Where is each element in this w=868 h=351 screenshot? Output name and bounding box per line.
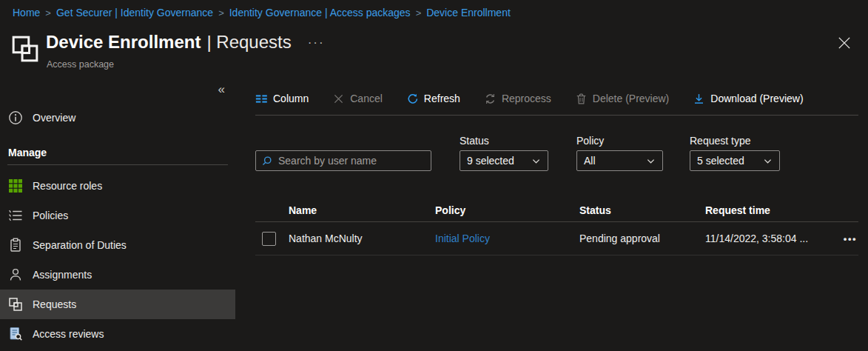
requests-panel: Column Cancel Refresh Reprocess	[255, 78, 858, 255]
cell-request-time: 11/14/2022, 3:58:04 ...	[705, 233, 829, 244]
page-title-section: | Requests	[206, 32, 291, 52]
filter-bar: Status 9 selected Policy All R	[255, 135, 858, 171]
sidebar-group-manage: Manage	[0, 144, 235, 161]
cell-policy-link[interactable]: Initial Policy	[435, 233, 490, 244]
sidebar-item-separation-of-duties[interactable]: Separation of Duties	[0, 230, 235, 260]
list-icon	[8, 208, 23, 223]
refresh-button[interactable]: Refresh	[406, 93, 460, 105]
sync-icon	[484, 93, 497, 105]
policy-dropdown[interactable]: All	[576, 150, 663, 171]
sidebar-item-label: Separation of Duties	[33, 239, 127, 251]
breadcrumb-separator: >	[45, 7, 51, 19]
button-label: Cancel	[350, 93, 383, 104]
column-header-policy[interactable]: Policy	[435, 204, 579, 216]
close-icon[interactable]	[836, 35, 852, 51]
sidebar-item-access-reviews[interactable]: Access reviews	[0, 319, 235, 349]
status-dropdown[interactable]: 9 selected	[460, 150, 548, 171]
button-label: Download (Preview)	[710, 93, 803, 104]
info-icon	[8, 110, 23, 125]
button-label: Column	[273, 93, 309, 104]
status-filter-label: Status	[460, 135, 548, 147]
policy-filter-label: Policy	[576, 135, 663, 147]
request-type-filter-label: Request type	[690, 135, 780, 147]
button-label: Refresh	[424, 93, 460, 104]
column-header-request-time[interactable]: Request time	[705, 204, 829, 216]
overlapping-squares-icon	[8, 297, 23, 312]
table-row[interactable]: Nathan McNulty Initial Policy Pending ap…	[255, 222, 858, 255]
sidebar-item-policies[interactable]: Policies	[0, 201, 235, 230]
page-title: Device Enrollment	[46, 32, 201, 52]
refresh-icon	[406, 93, 419, 105]
column-header-name[interactable]: Name	[289, 204, 435, 216]
divider	[255, 115, 858, 116]
blade-menu: « Overview Manage Resource roles	[0, 78, 235, 351]
cell-name: Nathan McNulty	[289, 233, 435, 244]
delete-button[interactable]: Delete (Preview)	[575, 93, 669, 105]
access-package-icon	[11, 35, 39, 63]
column-button[interactable]: Column	[255, 93, 309, 105]
chevron-down-icon	[646, 156, 656, 166]
sidebar-item-label: Resource roles	[33, 180, 102, 192]
chevron-down-icon	[763, 156, 773, 166]
sidebar-item-overview[interactable]: Overview	[0, 106, 235, 130]
cell-status: Pending approval	[579, 233, 705, 244]
breadcrumb-device-enrollment[interactable]: Device Enrollment	[426, 7, 511, 19]
download-icon	[693, 93, 705, 105]
requests-table: Name Policy Status Request time Nathan M…	[255, 199, 858, 255]
request-type-dropdown[interactable]: 5 selected	[690, 150, 780, 171]
reprocess-button[interactable]: Reprocess	[484, 93, 551, 105]
sidebar-item-label: Overview	[33, 112, 75, 124]
trash-icon	[575, 93, 588, 105]
sidebar-item-label: Requests	[33, 298, 76, 310]
command-bar: Column Cancel Refresh Reprocess	[255, 87, 858, 110]
sidebar-item-label: Policies	[33, 210, 68, 221]
sidebar-item-requests[interactable]: Requests	[0, 290, 235, 319]
sidebar-item-assignments[interactable]: Assignments	[0, 260, 235, 290]
sidebar-item-label: Access reviews	[33, 328, 104, 340]
download-button[interactable]: Download (Preview)	[693, 93, 803, 105]
blade-subtitle: Access package	[47, 59, 114, 70]
person-icon	[8, 267, 23, 282]
dropdown-value: 9 selected	[467, 155, 514, 167]
cancel-x-icon	[332, 93, 345, 105]
breadcrumb: Home>Get Securer | Identity Governance>I…	[13, 5, 511, 21]
search-input[interactable]	[277, 154, 425, 167]
more-menu-icon[interactable]: ···	[308, 36, 325, 50]
clipboard-icon	[8, 238, 23, 253]
breadcrumb-tenant[interactable]: Get Securer | Identity Governance	[56, 7, 213, 19]
chevron-down-icon	[531, 156, 541, 166]
button-label: Delete (Preview)	[593, 93, 669, 104]
search-box	[255, 150, 431, 171]
dropdown-value: 5 selected	[697, 155, 744, 167]
dropdown-value: All	[584, 155, 596, 167]
document-search-icon	[8, 327, 23, 341]
breadcrumb-access-packages[interactable]: Identity Governance | Access packages	[229, 7, 411, 19]
table-header-row: Name Policy Status Request time	[255, 199, 858, 222]
breadcrumb-separator: >	[416, 7, 422, 19]
columns-icon	[255, 93, 268, 105]
breadcrumb-home[interactable]: Home	[13, 7, 40, 19]
button-label: Reprocess	[502, 93, 551, 104]
grid-icon	[8, 178, 23, 193]
breadcrumb-separator: >	[218, 7, 224, 19]
column-header-status[interactable]: Status	[579, 204, 705, 216]
search-icon	[261, 156, 272, 167]
sidebar-item-resource-roles[interactable]: Resource roles	[0, 171, 235, 201]
cancel-button[interactable]: Cancel	[332, 93, 383, 105]
collapse-sidebar-icon[interactable]: «	[215, 81, 228, 98]
row-context-menu-icon[interactable]: •••	[829, 233, 858, 244]
row-checkbox[interactable]	[262, 232, 276, 246]
divider	[7, 164, 228, 165]
sidebar-item-label: Assignments	[33, 269, 92, 281]
